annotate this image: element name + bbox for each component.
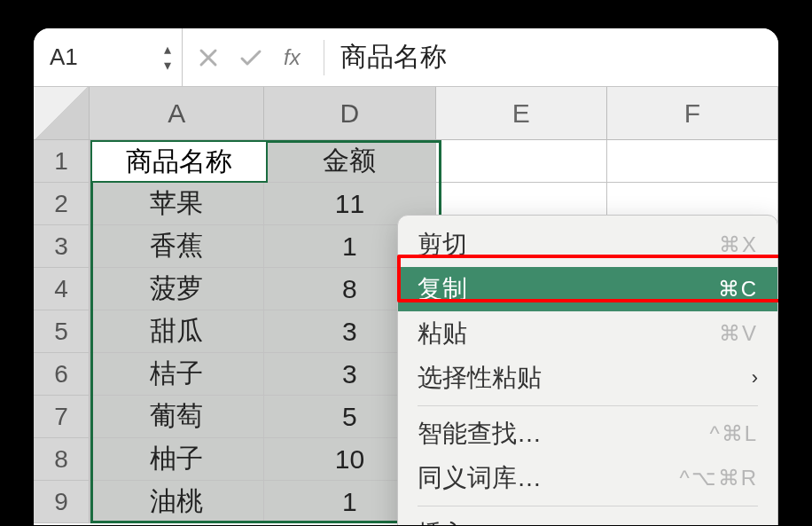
menu-label: 选择性粘贴 [418, 361, 542, 395]
menu-item-paste-special[interactable]: 选择性粘贴 › [398, 356, 777, 400]
context-menu: 剪切 ⌘X 复制 ⌘C 粘贴 ⌘V 选择性粘贴 › 智能查找… ^⌘L 同义词库… [397, 215, 778, 525]
row-header[interactable]: 6 [34, 353, 90, 395]
fx-icon[interactable]: fx [284, 45, 301, 70]
row-header[interactable]: 3 [34, 225, 90, 267]
menu-item-insert[interactable]: 插入… [398, 512, 777, 525]
row-header[interactable]: 8 [34, 438, 90, 480]
menu-shortcut: ^⌥⌘R [679, 466, 758, 491]
column-headers: A D E F [34, 87, 778, 140]
row-header[interactable]: 4 [34, 268, 90, 310]
column-header-D[interactable]: D [264, 87, 435, 139]
menu-item-thesaurus[interactable]: 同义词库… ^⌥⌘R [398, 456, 777, 500]
name-box-value: A1 [50, 43, 162, 71]
menu-label: 插入… [418, 517, 492, 525]
column-header-F[interactable]: F [607, 87, 778, 139]
cell[interactable]: 金额 [264, 140, 435, 182]
formula-input[interactable]: 商品名称 [332, 39, 778, 75]
column-header-A[interactable]: A [90, 87, 264, 139]
cell[interactable]: 苹果 [90, 183, 264, 224]
chevron-down-icon[interactable]: ▾ [162, 58, 173, 74]
menu-label: 智能查找… [418, 417, 542, 451]
cell[interactable] [607, 140, 778, 182]
cancel-icon[interactable] [199, 48, 218, 67]
menu-item-smart-lookup[interactable]: 智能查找… ^⌘L [398, 412, 777, 456]
menu-item-cut[interactable]: 剪切 ⌘X [398, 223, 777, 267]
column-header-E[interactable]: E [436, 87, 607, 139]
cell[interactable]: 油桃 [90, 481, 264, 522]
spreadsheet-window: A1 ▴ ▾ fx 商品名称 A D E F 1 [34, 28, 778, 525]
cell[interactable]: 甜瓜 [90, 310, 264, 352]
cell[interactable]: 桔子 [90, 353, 264, 395]
confirm-icon[interactable] [239, 48, 262, 67]
menu-item-copy[interactable]: 复制 ⌘C [398, 267, 777, 311]
menu-label: 粘贴 [418, 317, 467, 350]
cell[interactable]: 香蕉 [90, 225, 264, 267]
cell[interactable]: 葡萄 [90, 396, 264, 437]
divider [324, 40, 324, 75]
active-cell[interactable]: 商品名称 [90, 140, 268, 183]
row-header[interactable]: 7 [34, 396, 90, 437]
menu-item-paste[interactable]: 粘贴 ⌘V [398, 311, 777, 356]
menu-shortcut: ⌘C [718, 277, 758, 302]
menu-shortcut: ^⌘L [709, 421, 758, 446]
row-header[interactable]: 2 [34, 183, 90, 224]
row-header[interactable]: 1 [34, 140, 90, 182]
cell[interactable]: 菠萝 [90, 268, 264, 310]
name-box-stepper[interactable]: ▴ ▾ [162, 42, 173, 74]
row-header[interactable]: 5 [34, 310, 90, 352]
formula-actions: fx [183, 45, 316, 70]
select-all-corner[interactable] [34, 87, 90, 139]
menu-shortcut: ⌘X [719, 232, 758, 257]
cell[interactable]: 柚子 [90, 438, 264, 480]
formula-bar: A1 ▴ ▾ fx 商品名称 [34, 28, 778, 87]
chevron-up-icon[interactable]: ▴ [162, 42, 173, 58]
menu-label: 同义词库… [418, 461, 542, 495]
menu-label: 复制 [418, 272, 467, 306]
cell[interactable] [436, 140, 607, 182]
menu-shortcut: ⌘V [719, 321, 758, 346]
chevron-right-icon: › [752, 366, 758, 389]
row-header[interactable]: 9 [34, 481, 90, 522]
menu-separator [418, 405, 758, 406]
menu-separator [418, 506, 758, 506]
menu-label: 剪切 [418, 228, 467, 262]
name-box[interactable]: A1 ▴ ▾ [34, 28, 183, 86]
